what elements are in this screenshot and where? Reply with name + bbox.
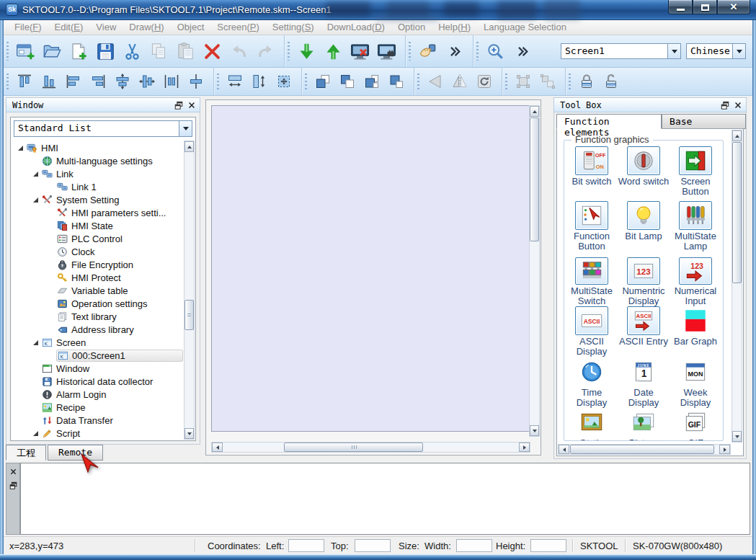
- float-panel-button[interactable]: [719, 100, 730, 110]
- tree-expander-icon[interactable]: [32, 339, 40, 347]
- center-horizontal-button[interactable]: [135, 71, 159, 92]
- tree-item-file-encryption[interactable]: File Encryption: [12, 258, 183, 271]
- align-bottom-button[interactable]: [37, 71, 61, 92]
- redo-button[interactable]: [253, 39, 278, 64]
- send-to-back-button[interactable]: [336, 71, 359, 92]
- toolbox-item-picture[interactable]: Picture: [618, 408, 670, 440]
- tree-expander-icon[interactable]: [32, 430, 40, 437]
- toolbox-vscroll-thumb[interactable]: [732, 142, 742, 283]
- center-vertical-button[interactable]: [111, 71, 134, 92]
- zoom-tool-button[interactable]: [483, 39, 508, 64]
- toolbox-item-bar-graph[interactable]: Bar Graph: [670, 306, 721, 357]
- scroll-up-button[interactable]: [184, 141, 194, 152]
- menu-draw-h[interactable]: Draw(H): [123, 20, 170, 35]
- float-panel-button[interactable]: [173, 100, 184, 110]
- menu-option[interactable]: Option: [391, 20, 432, 35]
- toolbox-vscrollbar[interactable]: [731, 130, 742, 443]
- tree-item-hmi-state[interactable]: HMI State: [12, 219, 183, 232]
- close-button[interactable]: ✕: [717, 0, 750, 14]
- ungroup-button[interactable]: [536, 71, 559, 92]
- menu-file-f[interactable]: File(F): [8, 20, 48, 35]
- canvas-vscrollbar[interactable]: [529, 105, 540, 437]
- space-across-button[interactable]: [160, 71, 183, 92]
- scroll-left-button[interactable]: [559, 445, 569, 454]
- tree-item-hmi-protect[interactable]: HMI Protect: [12, 271, 183, 284]
- tree-item-link[interactable]: Link: [12, 167, 183, 180]
- tree-vscrollbar[interactable]: [184, 141, 195, 440]
- height-input[interactable]: [530, 539, 566, 552]
- toolbox-item-function-button[interactable]: Function Button: [566, 201, 618, 257]
- scroll-up-button[interactable]: [530, 106, 539, 117]
- flip-left-button[interactable]: [424, 71, 447, 92]
- same-height-button[interactable]: [248, 71, 271, 92]
- tree-item-historical-data-collector[interactable]: Historical data collector: [12, 375, 183, 388]
- tree-expander-icon[interactable]: [17, 144, 25, 152]
- undo-button[interactable]: [226, 39, 252, 64]
- scroll-down-button[interactable]: [732, 431, 742, 442]
- output-panel[interactable]: [20, 463, 750, 535]
- download-button[interactable]: [294, 39, 319, 64]
- scroll-up-button[interactable]: [732, 130, 742, 141]
- tree-item-alarm-login[interactable]: Alarm Login: [12, 388, 183, 401]
- toolbox-item-word-switch[interactable]: Word switch: [618, 146, 670, 201]
- toolbox-item-week-display[interactable]: MONWeek Display: [670, 357, 721, 408]
- tree-item-000-screen1[interactable]: 000:Screen1: [12, 349, 183, 362]
- tree-expander-icon[interactable]: [32, 170, 40, 178]
- align-top-button[interactable]: [13, 71, 36, 92]
- tree-item-system-setting[interactable]: System Setting: [12, 193, 183, 206]
- tree-item-multi-language-settings[interactable]: Multi-language settings: [12, 154, 183, 167]
- flip-horizontal-button[interactable]: [448, 71, 471, 92]
- close-output-button[interactable]: [9, 468, 17, 476]
- new-screen-button[interactable]: [66, 39, 92, 64]
- toolbox-item-ascii-entry[interactable]: ASCIIASCII Entry: [618, 306, 670, 357]
- scroll-right-button[interactable]: [519, 443, 530, 452]
- pan-tool-button[interactable]: [415, 39, 440, 64]
- overflow-chevron-button[interactable]: [442, 39, 467, 64]
- toolbox-tab-base-elements[interactable]: Base elements: [662, 114, 746, 129]
- title-bar[interactable]: Sk SKTOOL7.0--D:\Program Files\SKTOOL7.1…: [0, 0, 756, 20]
- tree-item-operation-settings[interactable]: Operation settings: [12, 297, 183, 310]
- design-canvas[interactable]: [211, 105, 530, 432]
- align-right-button[interactable]: [86, 71, 110, 92]
- toolbox-item-gif[interactable]: GIFGIF: [670, 408, 721, 440]
- window-panel-titlebar[interactable]: Window: [6, 97, 200, 112]
- tree-item-script[interactable]: Script: [12, 427, 183, 439]
- tree-item-plc-control[interactable]: PLC Control: [12, 232, 183, 245]
- online-simulation-button[interactable]: [374, 39, 399, 64]
- maximize-button[interactable]: [693, 0, 717, 14]
- overflow-chevron-button[interactable]: [510, 39, 535, 64]
- chevron-down-icon[interactable]: [667, 44, 680, 58]
- chevron-down-icon[interactable]: [732, 44, 745, 58]
- paste-button[interactable]: [173, 39, 198, 64]
- tree-item-hmi[interactable]: HMI: [12, 141, 183, 154]
- tree-item-variable-table[interactable]: Variable table: [12, 284, 183, 297]
- minimize-button[interactable]: [668, 0, 693, 14]
- float-output-button[interactable]: [9, 481, 17, 490]
- menu-screen-p[interactable]: Screen(P): [210, 20, 266, 35]
- toolbox-item-static[interactable]: Static: [566, 408, 618, 440]
- tree-item-hmi-parameters-setti[interactable]: HMI parameters setti...: [12, 206, 183, 219]
- scroll-right-button[interactable]: [719, 445, 730, 454]
- menu-help-h[interactable]: Help(H): [432, 20, 477, 35]
- menu-object[interactable]: Object: [171, 20, 211, 35]
- scroll-left-button[interactable]: [212, 443, 223, 452]
- toolbox-item-bit-lamp[interactable]: Bit Lamp: [618, 201, 670, 257]
- unlock-button[interactable]: [600, 71, 623, 92]
- toolbox-hscroll-thumb[interactable]: [570, 445, 714, 454]
- toolbox-hscrollbar[interactable]: [558, 444, 731, 455]
- toolbox-item-ascii-display[interactable]: ASCIIASCII Display: [566, 306, 618, 357]
- language-select[interactable]: Chinese: [686, 43, 746, 59]
- toolbox-item-numentric-display[interactable]: 123Numentric Display: [618, 257, 670, 306]
- tree-item-window[interactable]: Window: [12, 362, 183, 375]
- canvas-vscroll-thumb[interactable]: [530, 117, 539, 241]
- toolbox-item-screen-button[interactable]: Screen Button: [670, 146, 721, 201]
- explorer-tab-project[interactable]: 工程: [6, 445, 46, 461]
- menu-setting-s[interactable]: Setting(S): [266, 20, 321, 35]
- offline-simulation-button[interactable]: [347, 39, 373, 64]
- toolbox-item-bit-switch[interactable]: OFFONBit switch: [566, 146, 618, 201]
- toolbox-tab-function-elements[interactable]: Function elements: [556, 114, 662, 129]
- top-input[interactable]: [355, 539, 391, 552]
- send-backward-button[interactable]: [385, 71, 408, 92]
- canvas-hscroll-thumb[interactable]: [284, 443, 423, 452]
- menu-view[interactable]: View: [89, 20, 123, 35]
